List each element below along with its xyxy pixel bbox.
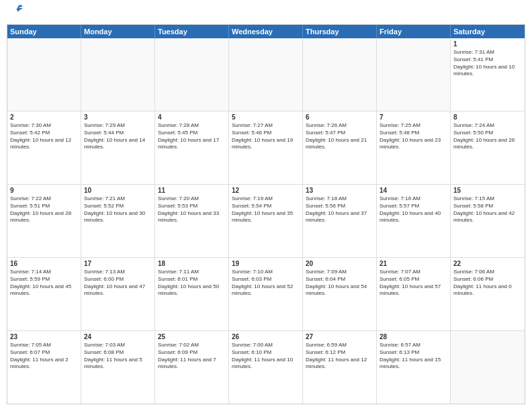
calendar-week-0: 1Sunrise: 7:31 AM Sunset: 5:41 PM Daylig… [7,38,525,111]
calendar-cell: 24Sunrise: 7:03 AM Sunset: 6:08 PM Dayli… [81,331,155,404]
calendar-cell: 16Sunrise: 7:14 AM Sunset: 5:59 PM Dayli… [7,258,81,330]
calendar-cell [7,38,81,111]
cell-text: Sunrise: 7:05 AM Sunset: 6:07 PM Dayligh… [10,342,78,371]
cell-text: Sunrise: 7:02 AM Sunset: 6:09 PM Dayligh… [158,342,226,371]
cell-text: Sunrise: 7:31 AM Sunset: 5:41 PM Dayligh… [453,49,522,78]
day-number: 12 [232,187,300,194]
calendar-week-4: 23Sunrise: 7:05 AM Sunset: 6:07 PM Dayli… [7,330,525,404]
day-number: 16 [10,260,78,267]
calendar-cell: 26Sunrise: 7:00 AM Sunset: 6:10 PM Dayli… [229,331,303,404]
cell-text: Sunrise: 7:18 AM Sunset: 5:56 PM Dayligh… [306,195,373,224]
calendar-cell [229,38,303,111]
day-number: 4 [158,113,226,121]
calendar-cell: 6Sunrise: 7:26 AM Sunset: 5:47 PM Daylig… [303,111,377,184]
calendar-cell: 21Sunrise: 7:07 AM Sunset: 6:05 PM Dayli… [377,258,451,330]
calendar-cell: 3Sunrise: 7:29 AM Sunset: 5:44 PM Daylig… [81,111,155,184]
cell-text: Sunrise: 7:29 AM Sunset: 5:44 PM Dayligh… [84,122,152,151]
day-number: 26 [232,333,300,340]
calendar-cell: 5Sunrise: 7:27 AM Sunset: 5:46 PM Daylig… [229,111,303,184]
day-number: 5 [232,113,300,121]
weekday-header-sunday: Sunday [7,25,81,38]
weekday-header-tuesday: Tuesday [155,25,229,38]
day-number: 22 [453,260,522,267]
calendar-cell: 10Sunrise: 7:21 AM Sunset: 5:52 PM Dayli… [81,185,155,257]
cell-text: Sunrise: 7:25 AM Sunset: 5:48 PM Dayligh… [380,122,447,151]
cell-text: Sunrise: 7:19 AM Sunset: 5:54 PM Dayligh… [232,195,300,224]
day-number: 8 [453,113,522,121]
cell-text: Sunrise: 7:06 AM Sunset: 6:06 PM Dayligh… [453,269,522,298]
weekday-header-saturday: Saturday [451,25,525,38]
calendar-week-1: 2Sunrise: 7:30 AM Sunset: 5:42 PM Daylig… [7,111,525,184]
cell-text: Sunrise: 7:24 AM Sunset: 5:50 PM Dayligh… [453,122,522,151]
calendar-cell [303,38,377,111]
calendar-cell: 2Sunrise: 7:30 AM Sunset: 5:42 PM Daylig… [7,111,81,184]
day-number: 27 [306,333,373,340]
day-number: 15 [453,187,522,194]
logo-text [9,7,26,19]
cell-text: Sunrise: 6:59 AM Sunset: 6:12 PM Dayligh… [306,342,373,371]
calendar-cell: 25Sunrise: 7:02 AM Sunset: 6:09 PM Dayli… [155,331,229,404]
cell-text: Sunrise: 7:28 AM Sunset: 5:45 PM Dayligh… [158,122,226,151]
cell-text: Sunrise: 7:20 AM Sunset: 5:53 PM Dayligh… [158,195,226,224]
weekday-header-friday: Friday [377,25,451,38]
day-number: 28 [380,333,447,340]
day-number: 23 [10,333,78,340]
calendar-cell: 7Sunrise: 7:25 AM Sunset: 5:48 PM Daylig… [377,111,451,184]
day-number: 6 [306,113,373,121]
day-number: 13 [306,187,373,194]
calendar-cell: 19Sunrise: 7:10 AM Sunset: 6:03 PM Dayli… [229,258,303,330]
day-number: 11 [158,187,226,194]
cell-text: Sunrise: 7:03 AM Sunset: 6:08 PM Dayligh… [84,342,152,371]
cell-text: Sunrise: 7:11 AM Sunset: 6:01 PM Dayligh… [158,269,226,298]
day-number: 21 [380,260,447,267]
calendar-header: SundayMondayTuesdayWednesdayThursdayFrid… [7,25,525,38]
calendar-cell: 11Sunrise: 7:20 AM Sunset: 5:53 PM Dayli… [155,185,229,257]
calendar-cell [451,331,525,404]
day-number: 3 [84,113,152,121]
day-number: 10 [84,187,152,194]
cell-text: Sunrise: 7:14 AM Sunset: 5:59 PM Dayligh… [10,269,78,298]
calendar-cell [377,38,451,111]
header [7,7,525,19]
calendar-cell: 9Sunrise: 7:22 AM Sunset: 5:51 PM Daylig… [7,185,81,257]
calendar-cell: 18Sunrise: 7:11 AM Sunset: 6:01 PM Dayli… [155,258,229,330]
calendar-cell: 17Sunrise: 7:13 AM Sunset: 6:00 PM Dayli… [81,258,155,330]
cell-text: Sunrise: 7:27 AM Sunset: 5:46 PM Dayligh… [232,122,300,151]
calendar-body: 1Sunrise: 7:31 AM Sunset: 5:41 PM Daylig… [7,38,525,404]
cell-text: Sunrise: 7:30 AM Sunset: 5:42 PM Dayligh… [10,122,78,151]
calendar-cell: 22Sunrise: 7:06 AM Sunset: 6:06 PM Dayli… [451,258,525,330]
calendar: SundayMondayTuesdayWednesdayThursdayFrid… [7,24,525,404]
cell-text: Sunrise: 7:13 AM Sunset: 6:00 PM Dayligh… [84,269,152,298]
calendar-cell: 27Sunrise: 6:59 AM Sunset: 6:12 PM Dayli… [303,331,377,404]
calendar-cell: 4Sunrise: 7:28 AM Sunset: 5:45 PM Daylig… [155,111,229,184]
day-number: 17 [84,260,152,267]
calendar-cell: 12Sunrise: 7:19 AM Sunset: 5:54 PM Dayli… [229,185,303,257]
day-number: 14 [380,187,447,194]
day-number: 25 [158,333,226,340]
weekday-header-wednesday: Wednesday [229,25,303,38]
day-number: 2 [10,113,78,121]
page: SundayMondayTuesdayWednesdayThursdayFrid… [0,0,532,411]
day-number: 1 [453,40,522,48]
calendar-cell: 20Sunrise: 7:09 AM Sunset: 6:04 PM Dayli… [303,258,377,330]
weekday-header-thursday: Thursday [303,25,377,38]
cell-text: Sunrise: 7:10 AM Sunset: 6:03 PM Dayligh… [232,269,300,298]
day-number: 19 [232,260,300,267]
weekday-header-monday: Monday [81,25,155,38]
cell-text: Sunrise: 7:09 AM Sunset: 6:04 PM Dayligh… [306,269,373,298]
day-number: 20 [306,260,373,267]
calendar-cell [81,38,155,111]
cell-text: Sunrise: 6:57 AM Sunset: 6:13 PM Dayligh… [380,342,447,371]
cell-text: Sunrise: 7:16 AM Sunset: 5:57 PM Dayligh… [380,195,447,224]
logo [9,7,26,19]
calendar-cell: 13Sunrise: 7:18 AM Sunset: 5:56 PM Dayli… [303,185,377,257]
day-number: 7 [380,113,447,121]
day-number: 24 [84,333,152,340]
cell-text: Sunrise: 7:00 AM Sunset: 6:10 PM Dayligh… [232,342,300,371]
cell-text: Sunrise: 7:22 AM Sunset: 5:51 PM Dayligh… [10,195,78,224]
cell-text: Sunrise: 7:15 AM Sunset: 5:58 PM Dayligh… [453,195,522,224]
calendar-cell: 1Sunrise: 7:31 AM Sunset: 5:41 PM Daylig… [451,38,525,111]
calendar-cell: 8Sunrise: 7:24 AM Sunset: 5:50 PM Daylig… [451,111,525,184]
calendar-cell [155,38,229,111]
calendar-week-3: 16Sunrise: 7:14 AM Sunset: 5:59 PM Dayli… [7,257,525,330]
